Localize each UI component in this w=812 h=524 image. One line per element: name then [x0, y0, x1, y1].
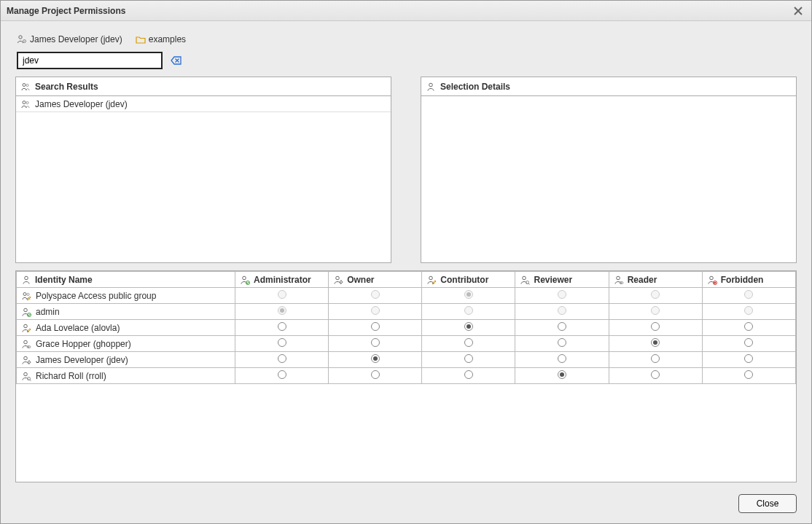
role-radio-contributor[interactable]	[464, 370, 473, 379]
identity-name: James Developer (jdev)	[36, 355, 128, 365]
clear-search-button[interactable]	[170, 54, 183, 67]
role-radio-reviewer[interactable]	[558, 354, 566, 363]
role-radio-administrator	[278, 290, 286, 299]
table-row: Grace Hopper (ghopper)	[17, 336, 796, 352]
permissions-table: Identity NameAdministratorOwnerContribut…	[16, 271, 796, 384]
role-cell-reader	[609, 320, 702, 336]
search-row	[15, 52, 797, 69]
user-icon	[426, 82, 436, 92]
role-radio-forbidden[interactable]	[744, 338, 753, 347]
search-input[interactable]	[17, 52, 163, 69]
role-cell-contributor	[422, 320, 515, 336]
table-row: Ada Lovelace (alovla)	[17, 320, 796, 336]
panels: Search Results James Developer (jdev) Se…	[15, 77, 797, 263]
search-result-row[interactable]: James Developer (jdev)	[16, 96, 391, 112]
breadcrumb-folder-label: examples	[149, 34, 186, 44]
role-cell-contributor	[422, 336, 515, 352]
role-cell-administrator	[235, 288, 329, 304]
search-results-panel: Search Results James Developer (jdev)	[15, 77, 391, 263]
role-cell-administrator	[235, 336, 329, 352]
breadcrumb-folder: examples	[136, 34, 186, 44]
search-results-header: Search Results	[16, 77, 391, 96]
role-radio-administrator[interactable]	[278, 354, 286, 363]
role-contributor-icon	[426, 275, 437, 285]
svg-point-14	[429, 276, 433, 280]
col-reviewer-label: Reviewer	[534, 275, 572, 285]
role-cell-contributor	[422, 368, 515, 384]
role-radio-reader[interactable]	[651, 370, 660, 379]
search-results-body: James Developer (jdev)	[16, 96, 391, 262]
user-icon	[21, 323, 31, 333]
role-radio-forbidden[interactable]	[744, 354, 753, 363]
role-radio-owner	[371, 306, 380, 315]
col-contributor: Contributor	[422, 272, 515, 288]
identity-name: Grace Hopper (ghopper)	[36, 339, 131, 349]
col-reviewer: Reviewer	[515, 272, 609, 288]
col-owner: Owner	[329, 272, 422, 288]
role-reader-icon	[614, 275, 624, 285]
table-row: James Developer (jdev)	[17, 352, 796, 368]
svg-point-13	[341, 281, 342, 282]
role-radio-owner[interactable]	[371, 370, 380, 379]
role-cell-reviewer	[515, 352, 609, 368]
selection-details-body	[421, 96, 796, 262]
svg-point-6	[26, 101, 28, 103]
role-radio-reviewer	[558, 290, 566, 299]
users-icon	[20, 82, 31, 92]
role-radio-forbidden	[744, 290, 753, 299]
role-radio-contributor[interactable]	[464, 338, 473, 347]
role-radio-reader[interactable]	[651, 338, 660, 347]
role-radio-owner[interactable]	[371, 322, 380, 331]
svg-point-25	[24, 324, 28, 328]
role-radio-reviewer[interactable]	[558, 322, 566, 331]
users-icon	[21, 291, 31, 301]
breadcrumb-user-label: James Developer (jdev)	[30, 34, 122, 44]
svg-point-11	[336, 276, 340, 280]
role-radio-contributor[interactable]	[464, 354, 473, 363]
role-radio-owner[interactable]	[371, 354, 380, 363]
close-icon[interactable]	[791, 4, 805, 18]
svg-point-28	[24, 356, 28, 360]
role-radio-forbidden[interactable]	[744, 322, 753, 331]
role-cell-administrator	[235, 368, 329, 384]
role-cell-contributor	[422, 352, 515, 368]
col-administrator: Administrator	[235, 272, 329, 288]
role-cell-owner	[329, 288, 422, 304]
role-radio-reviewer[interactable]	[558, 370, 566, 379]
role-reviewer-icon	[520, 275, 530, 285]
role-radio-contributor	[464, 306, 473, 315]
role-cell-reviewer	[515, 304, 609, 320]
dialog: Manage Project Permissions James Develop…	[0, 0, 812, 524]
role-owner-icon	[333, 275, 343, 285]
col-administrator-label: Administrator	[254, 275, 311, 285]
role-cell-reader	[609, 336, 702, 352]
col-reader: Reader	[609, 272, 702, 288]
user-gear-icon	[17, 34, 27, 44]
role-radio-administrator[interactable]	[278, 370, 286, 379]
identity-cell: Polyspace Access public group	[17, 288, 235, 304]
role-cell-reviewer	[515, 288, 609, 304]
svg-point-9	[243, 276, 246, 280]
role-radio-forbidden[interactable]	[744, 370, 753, 379]
role-radio-reader[interactable]	[651, 354, 660, 363]
footer: Close	[15, 490, 797, 513]
role-cell-reviewer	[515, 336, 609, 352]
role-cell-contributor	[422, 288, 515, 304]
role-radio-reviewer[interactable]	[558, 338, 566, 347]
role-radio-contributor	[464, 290, 473, 299]
svg-point-27	[28, 346, 30, 348]
role-radio-owner[interactable]	[371, 338, 380, 347]
table-row: admin	[17, 304, 796, 320]
role-cell-owner	[329, 336, 422, 352]
role-radio-contributor[interactable]	[464, 322, 473, 331]
role-radio-administrator[interactable]	[278, 338, 286, 347]
folder-icon	[136, 34, 146, 44]
user-icon	[21, 275, 31, 285]
role-radio-administrator[interactable]	[278, 322, 286, 331]
role-cell-reader	[609, 288, 702, 304]
svg-point-5	[23, 101, 26, 103]
col-reader-label: Reader	[628, 275, 657, 285]
selection-details-panel: Selection Details	[421, 77, 797, 263]
role-radio-reader[interactable]	[651, 322, 660, 331]
close-button[interactable]: Close	[738, 494, 797, 513]
